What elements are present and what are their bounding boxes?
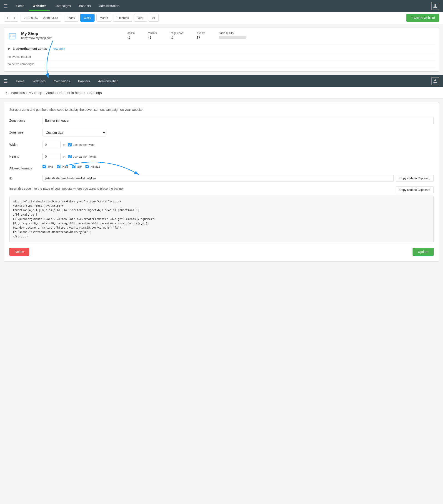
width-label: Width bbox=[9, 141, 39, 146]
height-checkbox[interactable] bbox=[68, 155, 72, 158]
action-row: Delete Update bbox=[9, 248, 434, 256]
width-check-text: use banner width bbox=[73, 143, 95, 146]
period-month[interactable]: Month bbox=[96, 14, 111, 22]
format-html5-checkbox[interactable] bbox=[85, 165, 89, 168]
nav-home-2[interactable]: Home bbox=[12, 76, 28, 86]
new-zone-link[interactable]: new zone bbox=[52, 47, 65, 51]
website-url: http://www.myshop.com bbox=[21, 36, 124, 39]
nav-banners-2[interactable]: Banners bbox=[75, 76, 94, 86]
nav-campaigns-1[interactable]: Campaigns bbox=[51, 1, 75, 11]
format-gif-label[interactable]: GIF bbox=[72, 165, 82, 168]
stat-online: online 0 bbox=[128, 31, 135, 40]
format-html5-label[interactable]: HTML5 bbox=[85, 165, 100, 168]
website-stats: online 0 visitors 0 pageviews 0 events 0… bbox=[128, 31, 436, 40]
height-check-text: use banner height bbox=[73, 155, 97, 158]
nav-links-bottom: Home Websites Campaigns Banners Administ… bbox=[12, 76, 431, 86]
format-gif-text: GIF bbox=[77, 165, 82, 168]
id-control: Copy code to Clipboard bbox=[43, 175, 434, 182]
zones-label: 3 advertisement zones bbox=[13, 47, 47, 51]
no-events-row: no events tracked bbox=[7, 53, 436, 60]
insert-description: Insert this code into the page of your w… bbox=[9, 186, 392, 191]
insert-row: Insert this code into the page of your w… bbox=[9, 186, 434, 193]
update-button[interactable]: Update bbox=[412, 248, 434, 256]
nav-campaigns-2[interactable]: Campaigns bbox=[50, 76, 74, 86]
website-name: My Shop bbox=[21, 31, 124, 36]
period-week[interactable]: Week bbox=[80, 14, 95, 22]
create-website-button[interactable]: + Create website bbox=[406, 14, 439, 22]
format-jpg-checkbox[interactable] bbox=[43, 165, 46, 168]
zone-size-control: Custom size bbox=[43, 129, 434, 136]
nav-home-1[interactable]: Home bbox=[12, 1, 28, 11]
breadcrumb-home[interactable]: ⌂ bbox=[4, 90, 7, 95]
period-today[interactable]: Today bbox=[64, 14, 78, 22]
breadcrumb-settings: Settings bbox=[89, 91, 102, 95]
form-row-height: Height or use banner height bbox=[9, 153, 434, 160]
nav-websites-1[interactable]: Websites bbox=[29, 1, 50, 11]
breadcrumb-sep-4: › bbox=[57, 91, 58, 95]
breadcrumb-sep-3: › bbox=[44, 91, 45, 95]
id-input[interactable] bbox=[43, 175, 394, 182]
format-jpg-text: JPG bbox=[48, 165, 53, 168]
height-label: Height bbox=[9, 153, 39, 158]
format-jpg-label[interactable]: JPG bbox=[43, 165, 53, 168]
formats-label: Allowed formats bbox=[9, 165, 39, 170]
form-row-width: Width or use banner width bbox=[9, 141, 434, 148]
navbar-top: ☰ Home Websites Campaigns Banners Admini… bbox=[0, 0, 443, 12]
zones-toggle[interactable]: ► bbox=[7, 47, 11, 51]
breadcrumb-sep-5: › bbox=[87, 91, 88, 95]
width-or: or bbox=[63, 143, 66, 146]
breadcrumb-sep-1: › bbox=[8, 91, 10, 95]
width-input[interactable] bbox=[43, 141, 61, 148]
code-block: <div id="pxfatahndkcolmqbuefzramvkekrwfy… bbox=[9, 196, 434, 242]
period-all[interactable]: All bbox=[149, 14, 159, 22]
breadcrumb-websites[interactable]: Websites bbox=[11, 91, 25, 95]
breadcrumb-zones[interactable]: Zones bbox=[46, 91, 56, 95]
width-control: or use banner width bbox=[43, 141, 434, 148]
delete-button[interactable]: Delete bbox=[9, 248, 29, 256]
date-prev[interactable]: ‹ bbox=[4, 14, 11, 22]
insert-code-section: Insert this code into the page of your w… bbox=[9, 186, 434, 242]
stat-visitors: visitors 0 bbox=[148, 31, 157, 40]
format-gif-checkbox[interactable] bbox=[72, 165, 75, 168]
zone-size-label: Zone size bbox=[9, 129, 39, 134]
height-checkbox-label[interactable]: use banner height bbox=[68, 155, 97, 158]
period-3months[interactable]: 3 months bbox=[113, 14, 132, 22]
zones-row: ► 3 advertisement zones + new zone bbox=[7, 44, 436, 53]
nav-websites-2[interactable]: Websites bbox=[29, 76, 49, 86]
period-year[interactable]: Year bbox=[134, 14, 147, 22]
no-campaigns-row: no active campaigns bbox=[7, 60, 436, 68]
zone-name-control bbox=[43, 117, 434, 124]
copy-id-button[interactable]: Copy code to Clipboard bbox=[396, 175, 434, 182]
breadcrumb: ⌂ › Websites › My Shop › Zones › Banner … bbox=[0, 87, 443, 98]
breadcrumb-banner[interactable]: Banner in header bbox=[59, 91, 85, 95]
date-nav: ‹ › bbox=[4, 14, 18, 22]
zone-name-input[interactable] bbox=[43, 117, 434, 124]
breadcrumb-sep-2: › bbox=[26, 91, 27, 95]
form-row-id: ID Copy code to Clipboard bbox=[9, 175, 434, 182]
form-row-zone-name: Zone name bbox=[9, 117, 434, 124]
zone-name-label: Zone name bbox=[9, 117, 39, 122]
website-icon bbox=[7, 31, 17, 41]
user-avatar-1[interactable] bbox=[431, 2, 439, 10]
user-avatar-2[interactable] bbox=[431, 77, 439, 85]
format-html5-text: HTML5 bbox=[90, 165, 100, 168]
settings-description: Set up a zone and get the embed code to … bbox=[9, 108, 434, 111]
format-png-label[interactable]: PNG bbox=[57, 165, 68, 168]
width-checkbox[interactable] bbox=[68, 143, 72, 146]
format-png-text: PNG bbox=[62, 165, 68, 168]
date-next[interactable]: › bbox=[11, 14, 18, 22]
breadcrumb-myshop[interactable]: My Shop bbox=[29, 91, 42, 95]
copy-code-button[interactable]: Copy code to Clipboard bbox=[396, 186, 434, 193]
width-checkbox-label[interactable]: use banner width bbox=[68, 143, 95, 146]
zone-size-select[interactable]: Custom size bbox=[43, 129, 106, 136]
stat-pageviews: pageviews 0 bbox=[170, 31, 183, 40]
nav-admin-2[interactable]: Administration bbox=[95, 76, 122, 86]
hamburger-icon[interactable]: ☰ bbox=[4, 3, 8, 9]
nav-admin-1[interactable]: Administration bbox=[95, 1, 123, 11]
height-input[interactable] bbox=[43, 153, 61, 160]
format-png-checkbox[interactable] bbox=[57, 165, 60, 168]
nav-links-top: Home Websites Campaigns Banners Administ… bbox=[12, 1, 431, 11]
settings-card: Set up a zone and get the embed code to … bbox=[4, 102, 439, 262]
hamburger-icon-2[interactable]: ☰ bbox=[4, 78, 8, 84]
nav-banners-1[interactable]: Banners bbox=[75, 1, 94, 11]
